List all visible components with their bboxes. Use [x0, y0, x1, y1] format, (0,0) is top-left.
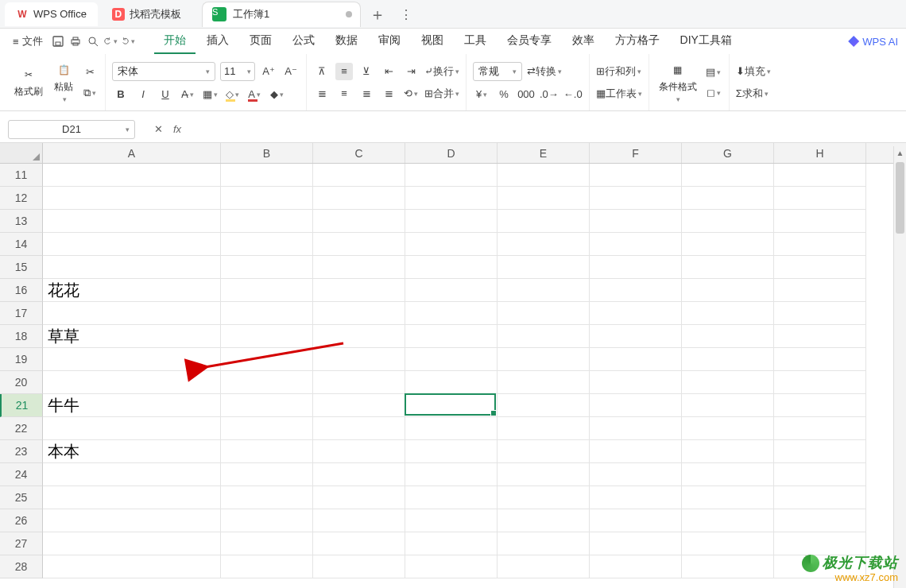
cell-D16[interactable] [405, 279, 498, 302]
cell-F21[interactable] [590, 394, 682, 417]
app-tab-wps[interactable]: W WPS Office [5, 2, 98, 26]
indent-dec-button[interactable]: ⇤ [380, 63, 397, 80]
cell-B26[interactable] [221, 509, 313, 532]
cell-F12[interactable] [590, 187, 682, 210]
copy-button[interactable]: ⧉ [81, 84, 99, 102]
row-header-19[interactable]: 19 [0, 348, 43, 371]
cell-A15[interactable] [43, 256, 221, 279]
cell-E23[interactable] [498, 440, 590, 463]
cell-A28[interactable] [43, 555, 221, 578]
cell-E21[interactable] [498, 394, 590, 417]
percent-button[interactable]: % [495, 86, 513, 103]
cancel-icon[interactable]: ✕ [151, 122, 165, 137]
cell-B19[interactable] [221, 348, 313, 371]
doc-tab-active[interactable]: S 工作簿1 [202, 2, 361, 27]
tab-view[interactable]: 视图 [412, 29, 453, 54]
align-right-button[interactable]: ≣ [358, 85, 375, 103]
wps-ai-button[interactable]: WPS AI [848, 36, 898, 48]
cell-F25[interactable] [590, 486, 682, 509]
cell-E11[interactable] [498, 164, 590, 187]
cell-E25[interactable] [498, 486, 590, 509]
row-header-28[interactable]: 28 [0, 555, 43, 578]
app-tab-docer[interactable]: D 找稻壳模板 [101, 2, 192, 26]
align-left-button[interactable]: ≣ [313, 85, 331, 103]
indent-inc-button[interactable]: ⇥ [402, 63, 420, 80]
row-header-18[interactable]: 18 [0, 325, 43, 348]
cell-H23[interactable] [774, 440, 866, 463]
cell-B25[interactable] [221, 486, 313, 509]
cell-F20[interactable] [590, 371, 682, 394]
cell-D27[interactable] [405, 532, 498, 555]
cell-C13[interactable] [313, 210, 405, 233]
tab-tools[interactable]: 工具 [455, 29, 496, 54]
col-header-D[interactable]: D [405, 143, 498, 163]
cell-E28[interactable] [498, 555, 590, 578]
cell-C22[interactable] [313, 417, 405, 440]
tab-start[interactable]: 开始 [154, 29, 196, 54]
convert-button[interactable]: ⇄ 转换 [527, 63, 562, 80]
cell-H17[interactable] [774, 302, 866, 325]
cell-H12[interactable] [774, 187, 866, 210]
cell-F22[interactable] [590, 417, 682, 440]
cell-G26[interactable] [682, 509, 774, 532]
cell-C24[interactable] [313, 463, 405, 486]
cell-H26[interactable] [774, 509, 866, 532]
more-tabs-button[interactable]: ⋮ [394, 3, 418, 27]
sum-button[interactable]: Σ 求和 [736, 85, 769, 103]
cell-F28[interactable] [590, 555, 682, 578]
cell-B28[interactable] [221, 555, 313, 578]
cell-H18[interactable] [774, 325, 866, 348]
cell-E17[interactable] [498, 302, 590, 325]
cell-E22[interactable] [498, 417, 590, 440]
cell-E13[interactable] [498, 210, 590, 233]
col-header-A[interactable]: A [43, 143, 221, 163]
col-header-C[interactable]: C [313, 143, 405, 163]
cell-F18[interactable] [590, 325, 682, 348]
cell-D28[interactable] [405, 555, 498, 578]
cell-A24[interactable] [43, 463, 221, 486]
cell-D12[interactable] [405, 187, 498, 210]
cell-H24[interactable] [774, 463, 866, 486]
cell-A25[interactable] [43, 486, 221, 509]
cell-G13[interactable] [682, 210, 774, 233]
row-header-20[interactable]: 20 [0, 371, 43, 394]
cell-C19[interactable] [313, 348, 405, 371]
cell-A16[interactable]: 花花 [43, 279, 221, 302]
cell-C16[interactable] [313, 279, 405, 302]
currency-button[interactable]: ¥ [473, 86, 490, 103]
close-icon[interactable] [346, 11, 352, 17]
cell-D26[interactable] [405, 509, 498, 532]
cell-H27[interactable] [774, 532, 866, 555]
number-format-select[interactable]: 常规▾ [473, 62, 522, 81]
align-center-button[interactable]: ≡ [335, 85, 353, 103]
cell-E16[interactable] [498, 279, 590, 302]
cell-B17[interactable] [221, 302, 313, 325]
paste-button[interactable]: 📋粘贴 [51, 60, 76, 105]
dec-dec-button[interactable]: ←.0 [563, 86, 583, 103]
align-middle-button[interactable]: ≡ [335, 63, 353, 80]
cells-area[interactable]: 花花草草牛牛本本 [43, 164, 866, 578]
cell-A13[interactable] [43, 210, 221, 233]
cell-A27[interactable] [43, 532, 221, 555]
cell-B18[interactable] [221, 325, 313, 348]
worksheet-button[interactable]: ▦ 工作表 [596, 85, 642, 103]
cell-A23[interactable]: 本本 [43, 440, 221, 463]
cell-B27[interactable] [221, 532, 313, 555]
cell-C20[interactable] [313, 371, 405, 394]
cell-G16[interactable] [682, 279, 774, 302]
cell-A20[interactable] [43, 371, 221, 394]
underline-button[interactable]: U [157, 86, 174, 103]
cell-G18[interactable] [682, 325, 774, 348]
cell-H14[interactable] [774, 233, 866, 256]
preview-icon[interactable] [86, 34, 100, 48]
clear-format-button[interactable]: ◆ [268, 86, 285, 103]
bold-button[interactable]: B [112, 86, 130, 103]
cell-D20[interactable] [405, 371, 498, 394]
cell-D18[interactable] [405, 325, 498, 348]
cell-E19[interactable] [498, 348, 590, 371]
cell-F16[interactable] [590, 279, 682, 302]
cell-C12[interactable] [313, 187, 405, 210]
row-header-24[interactable]: 24 [0, 463, 43, 486]
cell-H25[interactable] [774, 486, 866, 509]
col-header-E[interactable]: E [498, 143, 590, 163]
